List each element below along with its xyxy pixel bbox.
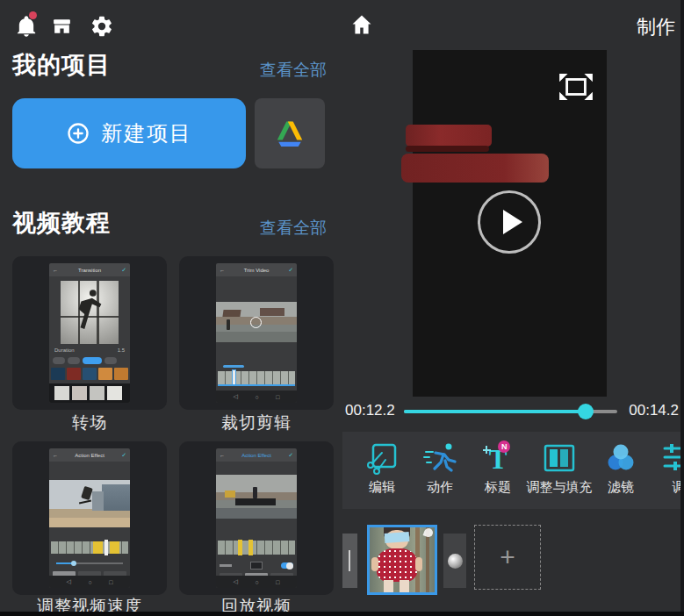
sparkle-icon xyxy=(483,446,491,454)
mini-building xyxy=(92,491,104,511)
tool-adjust[interactable]: 调 xyxy=(652,439,684,496)
video-editor-app: 我的项目 查看全部 新建项目 视频教程 查看全部 ← Transition xyxy=(0,0,684,616)
mini-chip xyxy=(104,357,117,364)
mini-figure xyxy=(227,319,230,330)
tool-filter[interactable]: 滤镜 xyxy=(596,439,645,496)
mini-speed-segment xyxy=(93,541,103,554)
add-clip-button[interactable]: + xyxy=(474,525,541,590)
mini-screen-title: Transition xyxy=(58,268,121,273)
tutorials-view-all[interactable]: 查看全部 xyxy=(260,217,327,240)
mini-filmstrip xyxy=(51,541,128,554)
tutorial-thumbnail: ← Transition ✓ Duration 1.5 xyxy=(49,263,130,403)
tutorial-card-transition[interactable]: ← Transition ✓ Duration 1.5 xyxy=(12,256,167,410)
tool-label: 标题 xyxy=(470,479,526,496)
mini-figure xyxy=(253,487,257,498)
google-drive-button[interactable] xyxy=(255,98,325,168)
mini-header: ← Transition ✓ xyxy=(49,263,130,276)
total-time: 00:14.2 xyxy=(629,402,679,419)
plus-circle-icon xyxy=(66,121,90,146)
my-projects-view-all[interactable]: 查看全部 xyxy=(260,59,327,82)
mini-confirm-icon: ✓ xyxy=(121,452,126,459)
clip-trim-handle[interactable] xyxy=(342,534,357,588)
store-icon[interactable] xyxy=(51,16,73,38)
person-silhouette xyxy=(71,290,108,335)
tool-edit[interactable]: 编辑 xyxy=(354,439,410,496)
girl-arm xyxy=(415,557,422,571)
editor-panel: 制作 00:12.2 00:14.2 xyxy=(342,0,684,616)
mini-duration-row: Duration 1.5 xyxy=(54,347,125,353)
new-badge: N xyxy=(498,441,510,453)
android-recent-icon: □ xyxy=(276,579,279,585)
android-home-icon: ○ xyxy=(255,579,258,585)
redacted-text-bar xyxy=(401,154,549,183)
new-project-button[interactable]: 新建项目 xyxy=(12,98,246,168)
tool-title[interactable]: T N 标题 xyxy=(470,439,526,496)
mini-photo-skater xyxy=(49,480,130,527)
mini-effect-thumb xyxy=(98,368,112,380)
android-home-icon: ○ xyxy=(255,394,258,400)
home-icon[interactable] xyxy=(349,12,374,37)
android-back-icon: ◁ xyxy=(234,393,238,400)
play-icon xyxy=(503,210,522,234)
mini-filmstrip xyxy=(218,371,295,384)
mini-header: ← Action Effect ✓ xyxy=(216,448,297,462)
tool-label: 调整与填充 xyxy=(522,479,596,496)
video-preview[interactable] xyxy=(413,50,607,397)
scissors-frame-icon xyxy=(354,439,410,476)
mini-photo-thumb xyxy=(90,386,104,400)
tutorial-thumbnail: ← Trim Video ✓ ◁ ○ □ xyxy=(216,263,297,403)
tool-adjust-fill[interactable]: 调整与填充 xyxy=(522,439,596,496)
title-text-icon: T N xyxy=(489,439,508,476)
mini-confirm-icon: ✓ xyxy=(288,452,293,459)
tool-action[interactable]: 动作 xyxy=(412,439,468,496)
tutorial-label-trim: 裁切剪辑 xyxy=(179,412,334,434)
seek-bar-progress xyxy=(404,410,586,413)
mini-truck xyxy=(225,491,235,498)
mini-effect-thumb xyxy=(51,368,65,380)
fullscreen-icon[interactable] xyxy=(558,72,594,102)
mini-effect-thumb xyxy=(83,368,97,380)
mini-photo-thumb xyxy=(107,386,122,400)
make-button[interactable]: 制作 xyxy=(637,14,675,40)
mini-effect-thumb xyxy=(114,368,128,380)
mini-speed-segment xyxy=(110,541,119,554)
mini-ledge xyxy=(235,498,276,505)
android-recent-icon: □ xyxy=(109,579,112,585)
plus-icon: + xyxy=(500,542,515,572)
android-home-icon: ○ xyxy=(88,579,91,585)
tutorial-thumbnail: ← Action Effect ✓ xyxy=(49,448,130,588)
play-button[interactable] xyxy=(478,190,541,254)
transition-sphere-icon xyxy=(448,554,463,569)
settings-gear-icon[interactable] xyxy=(90,14,114,39)
seek-bar[interactable] xyxy=(404,410,617,413)
clip-thumbnail[interactable] xyxy=(367,525,437,595)
transition-button[interactable] xyxy=(443,534,466,588)
mini-playhead xyxy=(104,540,108,555)
mini-photo-street xyxy=(216,475,297,519)
mini-value-box xyxy=(250,562,263,569)
tool-bar: 编辑 动作 T xyxy=(342,432,684,509)
face-censor-bar xyxy=(385,532,410,543)
clip-corner-icon xyxy=(423,527,435,539)
mini-effect-thumbnails xyxy=(51,368,128,380)
mini-screen-title: Action Effect xyxy=(225,453,288,458)
mini-filmstrip xyxy=(218,541,295,555)
mini-building xyxy=(102,484,130,511)
android-recent-icon: □ xyxy=(276,394,279,400)
mini-trim-underline xyxy=(218,384,295,386)
mini-skater xyxy=(81,486,93,500)
mini-android-nav: ◁ ○ □ xyxy=(216,576,297,588)
tool-label: 编辑 xyxy=(354,479,410,496)
screen-edge xyxy=(680,0,684,616)
tutorial-card-trim[interactable]: ← Trim Video ✓ ◁ ○ □ xyxy=(179,256,334,410)
tutorial-card-reverse[interactable]: ← Action Effect ✓ xyxy=(179,441,334,595)
mini-screen-title: Action Effect xyxy=(58,453,121,458)
mini-caption-bar xyxy=(223,365,244,368)
filter-circles-icon xyxy=(596,439,645,476)
mini-chip xyxy=(68,357,80,364)
mini-roof xyxy=(222,310,241,317)
seek-bar-thumb[interactable] xyxy=(578,404,594,419)
runner-icon xyxy=(412,439,468,476)
tutorial-card-speed[interactable]: ← Action Effect ✓ xyxy=(12,441,167,595)
adjust-sliders-icon xyxy=(652,439,684,476)
